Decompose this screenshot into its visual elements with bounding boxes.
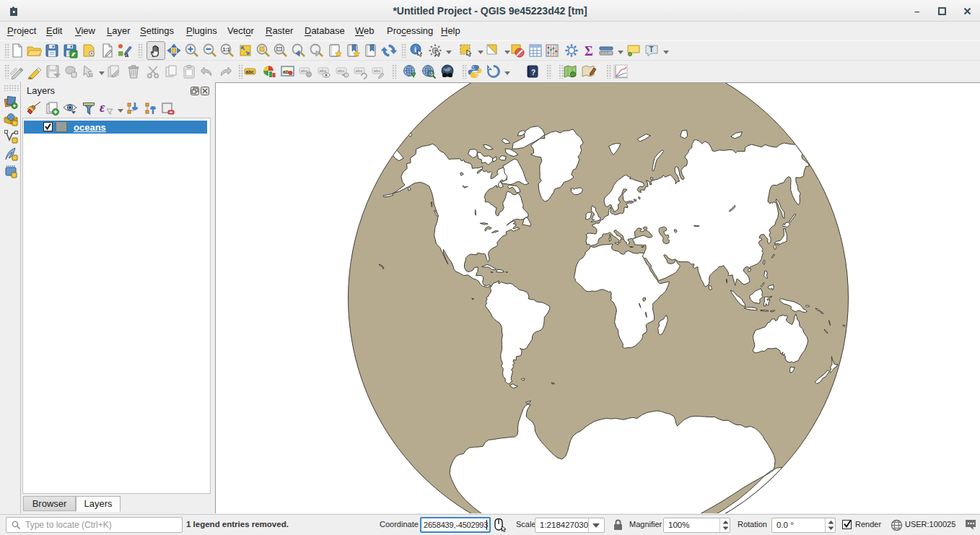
svg-text:abc: abc xyxy=(246,69,255,74)
svg-text:T: T xyxy=(649,45,654,53)
svg-text:abc: abc xyxy=(319,69,327,73)
svg-text:i: i xyxy=(414,45,416,53)
svg-text:1:1: 1:1 xyxy=(223,47,230,52)
svg-text:ε: ε xyxy=(100,100,105,115)
svg-text:abc: abc xyxy=(355,69,363,73)
svg-text:?: ? xyxy=(531,69,535,77)
svg-text:Σ: Σ xyxy=(585,44,593,58)
svg-text:abc: abc xyxy=(337,69,345,73)
svg-text:abc: abc xyxy=(373,69,381,73)
svg-text:ab: ab xyxy=(283,69,289,74)
svg-text:a: a xyxy=(125,51,129,58)
